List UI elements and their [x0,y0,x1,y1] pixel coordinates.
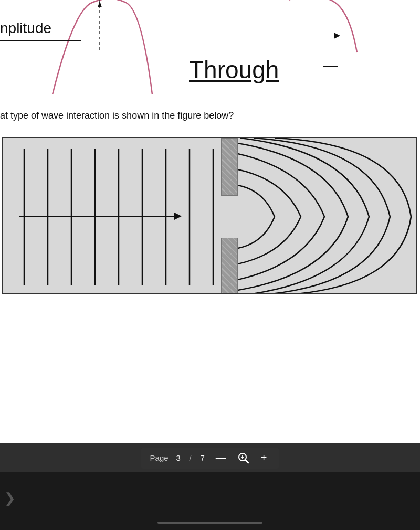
zoom-icon [238,452,249,464]
scroll-indicator[interactable] [158,522,262,524]
zoom-out-button[interactable]: — [213,451,229,465]
total-pages: 7 [198,453,207,462]
barrier-top [221,138,238,196]
question-section: at type of wave interaction is shown in … [0,94,420,132]
zoom-in-button[interactable]: + [258,451,270,465]
page-toolbar: Page 3 / 7 — + [0,443,420,472]
page-separator: / [190,453,192,462]
diagram-section [0,137,420,294]
svg-line-14 [245,460,248,463]
svg-marker-2 [334,33,340,39]
direction-arrow [19,216,176,217]
current-page: 3 [174,453,183,462]
wave-svg [0,0,420,94]
page-label: Page [150,453,169,462]
footer-bar: ❯ [0,472,420,530]
barrier-bottom [221,238,238,293]
question-text: at type of wave interaction is shown in … [0,110,234,121]
toolbar-container: Page 3 / 7 — + [141,448,280,469]
wave-diagram-top: nplitude Through [0,0,420,94]
nav-next-arrow[interactable]: ❯ [4,490,16,506]
right-wavefronts [238,138,417,293]
zoom-icon-button[interactable] [235,451,253,465]
barrier-gap [221,196,238,238]
diffraction-diagram [2,137,417,294]
svg-marker-1 [98,1,102,7]
barrier [221,138,238,293]
